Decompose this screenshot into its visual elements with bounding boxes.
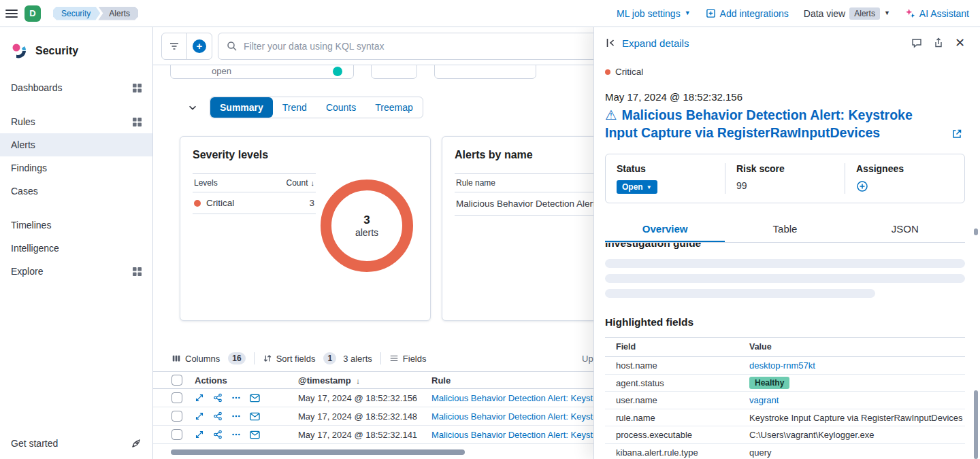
assignees-column: Assignees (845, 163, 964, 194)
row-checkbox[interactable] (172, 411, 182, 422)
status-filter-control[interactable]: open (170, 65, 354, 79)
col-timestamp[interactable]: @timestamp ↓ (298, 375, 431, 386)
vertical-scrollbar-thumb[interactable] (974, 390, 978, 459)
select-all-checkbox[interactable] (172, 375, 182, 386)
field-row-rule-name: rule.name Keystroke Input Capture via Re… (605, 409, 965, 427)
tab-overview[interactable]: Overview (605, 217, 725, 242)
alert-timestamp: May 17, 2024 @ 18:52:32.148 (298, 411, 431, 422)
sort-fields-button[interactable]: Sort fields 1 (263, 352, 337, 364)
sidebar-item-findings[interactable]: Findings (0, 156, 152, 180)
sort-desc-icon: ↓ (311, 179, 315, 187)
divider (254, 352, 255, 364)
sidebar-item-cases[interactable]: Cases (0, 180, 152, 203)
envelope-icon[interactable] (250, 394, 260, 403)
more-actions-icon[interactable] (231, 411, 241, 421)
field-name: kibana.alert.rule.type (616, 447, 749, 458)
sidebar-item-intelligence[interactable]: Intelligence (0, 237, 152, 260)
risk-score-label: Risk score (736, 163, 834, 174)
row-actions (195, 411, 298, 421)
close-icon[interactable]: ✕ (955, 37, 965, 49)
cutoff-control-3[interactable] (434, 65, 536, 79)
sidebar-item-alerts[interactable]: Alerts (0, 133, 152, 156)
add-assignee-icon[interactable] (856, 180, 953, 192)
share-icon[interactable] (933, 37, 944, 48)
analyze-event-icon[interactable] (213, 411, 223, 421)
plus-icon: + (193, 39, 206, 53)
get-started-label: Get started (11, 438, 58, 449)
cutoff-control-2[interactable] (371, 65, 417, 79)
analyze-event-icon[interactable] (213, 393, 223, 403)
tab-table[interactable]: Table (725, 217, 845, 242)
severity-donut-chart: 3 alerts (316, 175, 418, 277)
severity-level-label: Critical (206, 198, 234, 208)
field-name: host.name (616, 360, 749, 371)
envelope-icon[interactable] (250, 430, 260, 439)
tab-treemap[interactable]: Treemap (365, 97, 423, 118)
sidebar-item-timelines[interactable]: Timelines (0, 214, 152, 237)
field-value-link[interactable]: desktop-rnm57kt (749, 360, 965, 371)
tab-summary[interactable]: Summary (210, 97, 273, 118)
nav-group-3: Timelines Intelligence Explore (0, 214, 152, 283)
sidebar-item-rules[interactable]: Rules (0, 110, 152, 133)
fields-icon (389, 354, 399, 363)
collapse-panel-icon[interactable] (605, 37, 616, 48)
field-row-host-name: host.name desktop-rnm57kt (605, 357, 965, 375)
topbar-left: D Security Alerts (5, 5, 138, 22)
highlighted-fields-title: Highlighted fields (605, 316, 965, 328)
space-avatar[interactable]: D (24, 5, 41, 22)
sidebar-item-dashboards[interactable]: Dashboards (0, 76, 152, 99)
tab-trend[interactable]: Trend (273, 97, 316, 118)
field-name: agent.status (616, 378, 749, 388)
alert-title-text[interactable]: Malicious Behavior Detection Alert: Keys… (605, 107, 913, 140)
datagrid-toolbar: Columns 16 Sort fields 1 3 alerts Fields… (172, 352, 610, 364)
more-actions-icon[interactable] (231, 393, 241, 403)
sidebar-item-explore[interactable]: Explore (0, 260, 152, 283)
alert-title: ⚠Malicious Behavior Detection Alert: Key… (605, 107, 965, 141)
chart-view-tab-group: Summary Trend Counts Treemap (210, 97, 423, 118)
menu-icon[interactable] (5, 8, 18, 19)
status-open-badge[interactable]: Open ▼ (617, 180, 657, 194)
sidebar-title: Security (35, 45, 78, 57)
comment-icon[interactable] (911, 37, 922, 48)
flyout-actions: ✕ (911, 37, 965, 49)
external-link-icon[interactable] (951, 129, 962, 139)
more-actions-icon[interactable] (231, 430, 241, 439)
columns-count-badge: 16 (228, 352, 245, 364)
data-view-selector[interactable]: Data view Alerts ▼ (804, 7, 890, 20)
row-checkbox[interactable] (172, 392, 182, 403)
horizontal-scrollbar-thumb[interactable] (171, 449, 465, 455)
vertical-scrollbar-thumb[interactable] (974, 228, 978, 235)
fields-button[interactable]: Fields (389, 354, 427, 364)
analyze-event-icon[interactable] (213, 430, 223, 439)
breadcrumb-alerts[interactable]: Alerts (98, 7, 138, 20)
assignees-label: Assignees (856, 163, 953, 174)
data-view-label: Data view (804, 8, 845, 19)
columns-button[interactable]: Columns 16 (172, 352, 246, 364)
field-row-user-name: user.name vagrant (605, 392, 965, 409)
expand-alert-icon[interactable] (195, 411, 204, 421)
ml-job-settings-button[interactable]: ML job settings ▼ (617, 8, 691, 19)
chevron-down-icon[interactable] (185, 100, 200, 115)
row-actions (195, 393, 298, 403)
search-icon (227, 41, 238, 52)
field-value-link[interactable]: vagrant (749, 395, 965, 405)
severity-body: Levels Count↓ Critical 3 3 (193, 173, 418, 277)
expand-details-link[interactable]: Expand details (622, 37, 689, 49)
tab-json[interactable]: JSON (845, 217, 965, 242)
sidebar-footer: Get started (0, 432, 152, 459)
envelope-icon[interactable] (250, 412, 260, 421)
filter-icon[interactable] (162, 33, 186, 59)
alert-timestamp: May 17, 2024 @ 18:52:32.141 (298, 430, 431, 440)
add-integrations-button[interactable]: Add integrations (706, 8, 789, 19)
col-count[interactable]: Count↓ (286, 178, 314, 188)
breadcrumb-security[interactable]: Security (53, 7, 100, 20)
row-checkbox[interactable] (172, 429, 182, 440)
expand-alert-icon[interactable] (195, 430, 204, 439)
expand-alert-icon[interactable] (195, 393, 204, 403)
severity-levels-panel: Severity levels Levels Count↓ Critical 3 (180, 136, 431, 321)
get-started-button[interactable]: Get started (0, 432, 152, 455)
tab-counts[interactable]: Counts (316, 97, 365, 118)
add-filter-button[interactable]: + (187, 33, 212, 59)
ai-assistant-button[interactable]: AI Assistant (905, 8, 969, 19)
warning-icon: ⚠ (605, 107, 617, 122)
